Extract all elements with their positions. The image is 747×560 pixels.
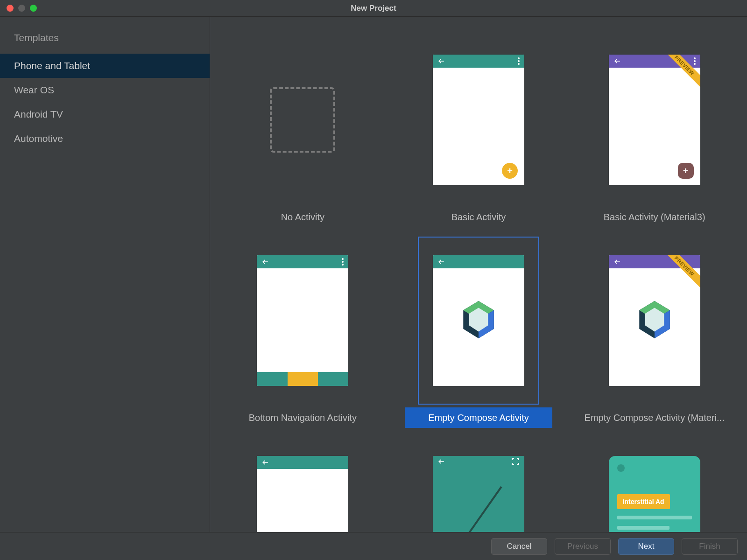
template-thumb — [242, 437, 363, 532]
template-thumb: PREVIEW+ — [594, 36, 715, 204]
svg-marker-19 — [639, 301, 669, 320]
template-row3-c[interactable]: Interstitial Ad — [580, 437, 728, 532]
traffic-lights — [0, 5, 37, 12]
sidebar-item-wear-os[interactable]: Wear OS — [0, 78, 210, 102]
diagonal-line-icon — [433, 486, 502, 532]
template-caption: Bottom Navigation Activity — [229, 407, 377, 428]
template-thumb: PREVIEW — [594, 237, 715, 405]
fab-add-icon: + — [502, 163, 518, 179]
maximize-window-button[interactable] — [30, 5, 37, 12]
svg-point-5 — [694, 57, 696, 59]
svg-point-6 — [694, 60, 696, 62]
back-arrow-icon — [613, 258, 621, 266]
window: New Project Templates Phone and TabletWe… — [0, 0, 747, 560]
template-caption: Empty Compose Activity (Materi... — [580, 407, 728, 428]
bottom-nav-icon — [257, 372, 348, 386]
template-bottom-nav[interactable]: Bottom Navigation Activity — [229, 237, 377, 428]
svg-marker-13 — [463, 301, 493, 338]
previous-button[interactable]: Previous — [555, 538, 611, 555]
back-arrow-icon — [437, 258, 445, 266]
template-caption: Basic Activity (Material3) — [580, 207, 728, 227]
svg-marker-20 — [655, 310, 670, 338]
svg-marker-18 — [639, 301, 669, 338]
sidebar-item-android-tv[interactable]: Android TV — [0, 102, 210, 126]
next-button[interactable]: Next — [618, 538, 674, 555]
sidebar-item-automotive[interactable]: Automotive — [0, 126, 210, 151]
template-empty-compose-m3[interactable]: PREVIEWEmpty Compose Activity (Materi... — [580, 237, 728, 428]
fullscreen-icon — [511, 457, 520, 468]
fab-add-icon: + — [678, 163, 694, 179]
dialog-body: Templates Phone and TabletWear OSAndroid… — [0, 17, 747, 532]
sidebar: Templates Phone and TabletWear OSAndroid… — [0, 17, 210, 532]
sidebar-item-phone-and-tablet[interactable]: Phone and Tablet — [0, 54, 210, 78]
svg-point-11 — [342, 264, 344, 266]
template-caption: Empty Compose Activity — [405, 407, 553, 428]
template-caption: Basic Activity — [405, 207, 553, 227]
svg-marker-16 — [469, 308, 488, 332]
svg-point-10 — [342, 261, 344, 263]
svg-point-7 — [694, 63, 696, 65]
compose-logo-icon — [461, 301, 496, 340]
overflow-menu-icon — [518, 57, 520, 65]
template-caption: No Activity — [229, 207, 377, 227]
footer: Cancel Previous Next Finish — [0, 532, 747, 560]
back-arrow-icon — [261, 459, 269, 466]
template-thumb: Interstitial Ad — [594, 437, 715, 532]
svg-point-1 — [518, 57, 520, 59]
sidebar-heading: Templates — [0, 27, 210, 54]
svg-point-9 — [342, 258, 344, 260]
template-empty-compose[interactable]: Empty Compose Activity — [405, 237, 553, 428]
template-no-activity[interactable]: No Activity — [229, 36, 377, 227]
titlebar: New Project — [0, 0, 747, 17]
back-arrow-icon — [613, 57, 621, 65]
template-basic-activity-m3[interactable]: PREVIEW+Basic Activity (Material3) — [580, 36, 728, 227]
dashed-placeholder-icon — [270, 87, 335, 153]
window-title: New Project — [0, 4, 747, 13]
back-arrow-icon — [437, 458, 445, 467]
template-thumb — [418, 237, 539, 405]
svg-point-2 — [518, 60, 520, 62]
close-window-button[interactable] — [7, 5, 14, 12]
template-row3-b[interactable] — [405, 437, 553, 532]
cancel-button[interactable]: Cancel — [491, 538, 547, 555]
back-arrow-icon — [437, 57, 445, 65]
overflow-menu-icon — [694, 57, 696, 65]
compose-logo-icon — [637, 301, 672, 340]
finish-button[interactable]: Finish — [682, 538, 738, 555]
content-wrap: No Activity+Basic ActivityPREVIEW+Basic … — [210, 17, 747, 532]
camera-dot-icon — [617, 464, 625, 472]
templates-grid: No Activity+Basic ActivityPREVIEW+Basic … — [210, 17, 747, 532]
svg-marker-14 — [463, 301, 493, 320]
template-thumb — [418, 437, 539, 532]
minimize-window-button[interactable] — [18, 5, 25, 12]
interstitial-ad-label: Interstitial Ad — [617, 494, 670, 509]
template-basic-activity[interactable]: +Basic Activity — [405, 36, 553, 227]
overflow-menu-icon — [342, 258, 344, 266]
svg-point-3 — [518, 63, 520, 65]
back-arrow-icon — [261, 258, 269, 266]
template-thumb — [242, 36, 363, 204]
svg-marker-15 — [479, 310, 494, 338]
template-row3-a[interactable] — [229, 437, 377, 532]
svg-marker-21 — [645, 308, 664, 332]
template-thumb — [242, 237, 363, 405]
template-thumb: + — [418, 36, 539, 204]
